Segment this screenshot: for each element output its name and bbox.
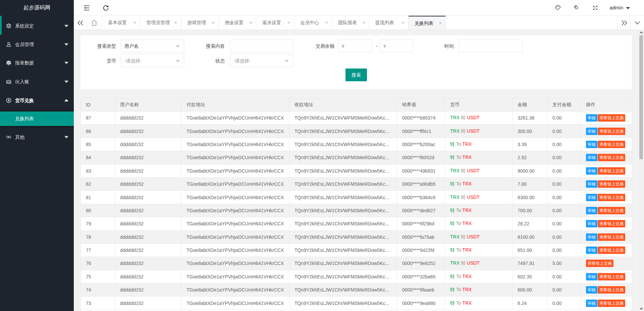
svg-text:$: $ — [8, 98, 10, 102]
